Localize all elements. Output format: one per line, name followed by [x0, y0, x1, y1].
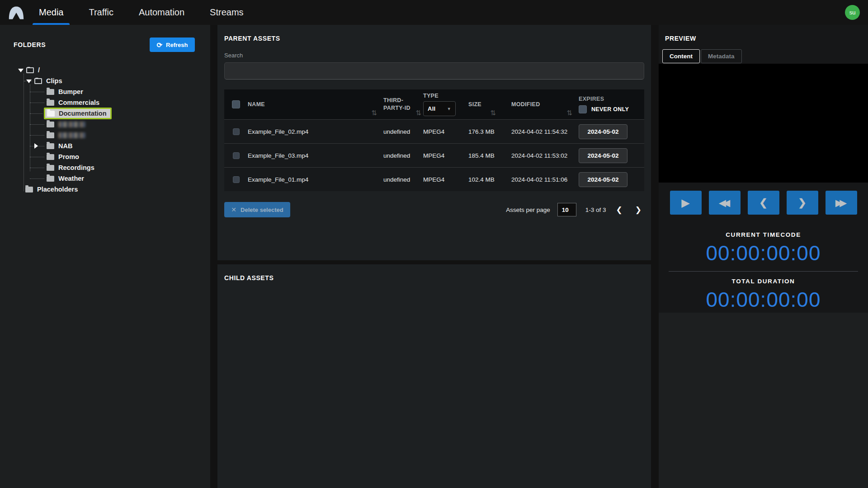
rewind-button[interactable]: ◀◀ [709, 191, 741, 215]
video-preview-area[interactable] [659, 64, 868, 183]
mountain-logo-icon [7, 5, 25, 21]
never-only-checkbox[interactable] [579, 105, 587, 113]
step-back-button[interactable]: ❮ [748, 191, 779, 215]
avatar-initials: su [849, 9, 856, 16]
folder-icon [47, 165, 54, 171]
refresh-button[interactable]: ⟳ Refresh [150, 38, 195, 52]
asset-name[interactable]: Example_File_02.mp4 [248, 128, 383, 135]
tab-content[interactable]: Content [662, 49, 700, 63]
sort-third-party-icon[interactable]: ⇅ [415, 109, 421, 117]
play-button[interactable]: ▶ [670, 191, 702, 215]
folder-icon [25, 187, 33, 192]
table-row[interactable]: Example_File_03.mp4 undefined MPEG4 185.… [224, 143, 644, 167]
sort-size-icon[interactable]: ⇅ [490, 109, 496, 117]
app-logo[interactable] [0, 0, 33, 25]
folder-icon [47, 132, 54, 138]
user-avatar[interactable]: su [845, 5, 860, 20]
tree-connector [30, 124, 44, 125]
asset-size: 102.4 MB [468, 176, 511, 183]
tree-connector [30, 113, 42, 114]
sort-name-icon[interactable]: ⇅ [371, 109, 377, 117]
sort-modified-icon[interactable]: ⇅ [566, 109, 572, 117]
search-input[interactable] [224, 62, 644, 80]
page-previous-icon[interactable]: ❮ [613, 203, 625, 216]
row-checkbox[interactable] [233, 176, 240, 183]
tree-item-label: / [38, 66, 40, 74]
asset-name[interactable]: Example_File_03.mp4 [248, 152, 383, 159]
column-type-label: TYPE [423, 93, 456, 99]
asset-modified: 2024-04-02 11:51:06 [511, 176, 579, 183]
asset-size: 185.4 MB [468, 152, 511, 159]
tree-item-label: NAB [58, 142, 72, 150]
table-row[interactable]: Example_File_02.mp4 undefined MPEG4 176.… [224, 119, 644, 143]
tree-item-commercials[interactable]: Commercials [0, 97, 99, 108]
tree-item-promo[interactable]: Promo [0, 151, 79, 162]
nav-tab-automation[interactable]: Automation [132, 0, 191, 25]
expires-date-button[interactable]: 2024-05-02 [579, 124, 627, 139]
step-forward-button[interactable]: ❯ [787, 191, 818, 215]
row-checkbox[interactable] [233, 152, 240, 159]
tree-item-documentation[interactable]: Documentation [0, 108, 112, 119]
expand-arrow-icon[interactable] [26, 80, 32, 83]
step-back-icon: ❮ [759, 198, 767, 208]
asset-third-party-id: undefined [383, 128, 423, 135]
delete-selected-label: Delete selected [241, 206, 283, 213]
tree-item-nab[interactable]: NAB [0, 141, 72, 151]
row-checkbox[interactable] [233, 128, 240, 135]
nav-tab-traffic[interactable]: Traffic [82, 0, 119, 25]
table-row[interactable]: Example_File_01.mp4 undefined MPEG4 102.… [224, 167, 644, 191]
tree-item-weather[interactable]: Weather [0, 173, 84, 184]
asset-modified: 2024-04-02 11:53:02 [511, 152, 579, 159]
tree-item-redacted[interactable] [0, 119, 85, 130]
tree-item-bumper[interactable]: Bumper [0, 86, 83, 97]
tab-metadata[interactable]: Metadata [701, 49, 742, 63]
fast-forward-button[interactable]: ▶▶ [826, 191, 857, 215]
rewind-icon: ◀◀ [719, 198, 727, 207]
assets-per-page-input[interactable] [557, 203, 576, 216]
expand-arrow-icon[interactable] [34, 143, 38, 149]
asset-name[interactable]: Example_File_01.mp4 [248, 176, 383, 183]
preview-tabs: Content Metadata [659, 42, 868, 63]
redacted-folder-label [58, 122, 85, 127]
tree-item-recordings[interactable]: Recordings [0, 162, 94, 173]
nav-tab-media[interactable]: Media [33, 0, 70, 25]
tree-item-root[interactable]: / [0, 65, 40, 75]
type-filter-select[interactable]: All ▼ [423, 101, 456, 116]
transport-controls: ▶ ◀◀ ❮ ❯ ▶▶ [659, 191, 868, 215]
folder-icon [47, 89, 54, 95]
delete-selected-button[interactable]: ✕ Delete selected [224, 202, 290, 217]
child-assets-panel: CHILD ASSETS [217, 264, 651, 488]
select-all-checkbox[interactable] [232, 100, 240, 108]
current-timecode-value: 00:00:00:00 [659, 241, 868, 265]
preview-title: PREVIEW [665, 35, 868, 42]
expand-arrow-icon[interactable] [18, 69, 24, 72]
tree-connector [30, 168, 44, 168]
pagination-range: 1-3 of 3 [585, 206, 606, 213]
tree-connector [30, 92, 44, 92]
asset-modified: 2024-04-02 11:54:32 [511, 128, 579, 135]
expires-date-button[interactable]: 2024-05-02 [579, 148, 627, 163]
tree-item-clips[interactable]: Clips [0, 75, 62, 86]
assets-table: NAME ⇅ THIRD-PARTY-ID ⇅ TYPE All ▼ [224, 89, 644, 191]
asset-type: MPEG4 [423, 176, 468, 183]
tree-item-label: Promo [58, 153, 79, 160]
tree-connector [30, 135, 44, 136]
nav-tab-streams[interactable]: Streams [203, 0, 250, 25]
tree-item-label: Clips [46, 77, 62, 84]
expires-date-button[interactable]: 2024-05-02 [579, 172, 627, 187]
asset-type: MPEG4 [423, 128, 468, 135]
total-duration-label: TOTAL DURATION [659, 278, 868, 285]
tree-connector [30, 103, 44, 103]
asset-third-party-id: undefined [383, 176, 423, 183]
tree-connector [30, 178, 44, 179]
folder-icon [47, 100, 54, 106]
folder-icon [47, 143, 54, 149]
nav-tab-streams-label: Streams [210, 7, 243, 18]
tree-item-redacted[interactable] [0, 130, 85, 141]
page-next-icon[interactable]: ❯ [632, 203, 644, 216]
app-root: Media Traffic Automation Streams su FOLD… [0, 0, 868, 488]
delete-x-icon: ✕ [231, 206, 236, 213]
column-modified-label: MODIFIED [511, 101, 540, 108]
tree-item-placeholders[interactable]: Placeholders [0, 184, 78, 195]
fast-forward-icon: ▶▶ [835, 198, 844, 207]
